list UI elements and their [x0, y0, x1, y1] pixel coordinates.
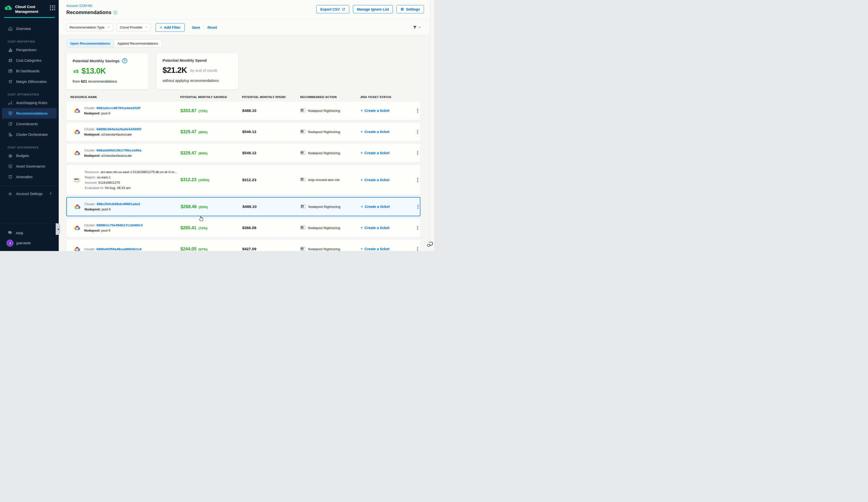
sidebar-item-bi-dashboards[interactable]: BI Dashboards: [2, 66, 57, 76]
plus-icon: +: [361, 204, 363, 209]
savings-subtext: from 621 recommendations: [73, 80, 142, 83]
sidebar-item-anomalies[interactable]: !Anomalies: [2, 171, 57, 182]
cluster-link[interactable]: 688add6fb019b17f9bccb95a: [96, 148, 141, 152]
sidebar-collapse-button[interactable]: ◀: [56, 223, 60, 235]
sidebar-bottom: ? Help J jyoti.bisht: [0, 220, 59, 251]
field-label: Account:: [85, 181, 98, 185]
create-ticket-button[interactable]: +Create a ticket: [360, 247, 414, 251]
sidebar-item-help[interactable]: ? Help: [0, 228, 59, 238]
filter-panel-button[interactable]: [413, 25, 421, 30]
cluster-link[interactable]: 6886e92f59a48cad86b5b1c6: [96, 247, 141, 251]
recommendation-row[interactable]: Cluster: 68898c064e3e2ba0e544005fNodepoo…: [66, 122, 420, 142]
recommendation-row[interactable]: Cluster: 6881a3ccc887941a4ee202ffNodepoo…: [66, 101, 420, 120]
cluster-link[interactable]: 68898c064e3e2ba0e544005f: [96, 127, 141, 131]
sidebar-item-recommendations[interactable]: Recommendations: [2, 108, 57, 119]
autostop-icon: [8, 100, 13, 106]
reset-filter-button[interactable]: Reset: [207, 25, 217, 30]
field-label: Nodepool:: [84, 133, 101, 136]
sidebar-item-cluster-orchestrator[interactable]: Cluster Orchestrator: [2, 129, 57, 140]
question-icon[interactable]: ?: [122, 58, 127, 63]
add-filter-button[interactable]: + Add Filter: [155, 23, 185, 32]
spend-amount-suffix: by end of month: [190, 68, 217, 73]
row-menu-button[interactable]: [414, 203, 421, 210]
sidebar-section-label: COST GOVERNANCE: [8, 146, 59, 149]
svg-text:$: $: [10, 166, 11, 168]
page-title: Recommendations: [66, 10, 111, 15]
gear-icon: ⚙: [401, 7, 404, 11]
page-scrollbar[interactable]: [430, 0, 434, 251]
resource-field: Nodepool: pool-5: [84, 207, 140, 211]
resource-field: Cluster: 68898c064e3e2ba0e544005f: [84, 127, 141, 131]
rightsizing-icon: [300, 177, 306, 182]
col-resource-name: RESOURCE NAME: [66, 95, 180, 98]
recommended-action-label: Nodepool Rightsizing: [308, 205, 341, 209]
sidebar-item-overview[interactable]: Overview: [2, 23, 57, 34]
tab-applied-recommendations[interactable]: Applied Recommendations: [114, 40, 162, 48]
save-filter-button[interactable]: Save: [192, 25, 200, 30]
create-ticket-button[interactable]: +Create a ticket: [360, 177, 414, 182]
recommendation-row[interactable]: Cluster: 688add6fb019b17f9bccb95aNodepoo…: [66, 143, 420, 163]
sidebar-item-commitments[interactable]: Commitments: [2, 119, 57, 129]
recommend-icon: [8, 111, 13, 116]
plus-icon: +: [360, 247, 363, 251]
field-label: Cluster:: [84, 247, 96, 251]
spend-amount: $488.10: [242, 108, 300, 113]
recommendation-type-dropdown[interactable]: Recommendation Type: [66, 23, 113, 31]
savings-amount: $312.23: [180, 177, 196, 182]
create-ticket-button[interactable]: +Create a ticket: [360, 108, 414, 113]
field-label: Cluster:: [84, 127, 96, 131]
create-ticket-button[interactable]: +Create a ticket: [360, 129, 414, 134]
sidebar-item-cost-categories[interactable]: Cost Categories: [2, 55, 57, 66]
chevron-down-icon: [145, 25, 148, 29]
cluster-link[interactable]: 6881a3ccc887941a4ee202ff: [96, 106, 140, 110]
cluster-link[interactable]: 6888b1c70e49db17c1de60c4: [96, 223, 142, 227]
row-menu-button[interactable]: [414, 224, 421, 231]
export-csv-button[interactable]: Export CSV: [316, 5, 349, 13]
savings-amount: $329.47: [180, 129, 196, 134]
resource-field: Region: us-east-1: [85, 175, 177, 179]
settings-button[interactable]: ⚙ Settings: [396, 5, 424, 13]
sidebar-item-asset-governance[interactable]: $Asset Governance: [2, 161, 57, 171]
sidebar-item-account-settings[interactable]: ⚙ Account Settings: [2, 188, 57, 199]
tab-open-recommendations[interactable]: Open Recommendations: [66, 40, 114, 48]
potential-monthly-savings-card: Potential Monthly Savings ? $13.0K from …: [66, 53, 148, 90]
create-ticket-button[interactable]: +Create a ticket: [361, 204, 414, 209]
row-menu-button[interactable]: [414, 149, 421, 157]
cluster-link[interactable]: 688c2fefc84fbdc99801a0a2: [96, 202, 140, 206]
sidebar-item-margin-obfuscation[interactable]: Margin Obfuscation: [2, 76, 57, 87]
field-value: pool-5: [101, 112, 110, 115]
row-menu-button[interactable]: [414, 176, 421, 184]
rightsizing-icon: [300, 129, 306, 134]
recommendation-row[interactable]: Cluster: 6886e92f59a48cad86b5b1c6$244.05…: [66, 239, 420, 251]
external-link-icon: [342, 8, 345, 11]
sidebar-item-autostopping-rules[interactable]: AutoStopping Rules: [2, 97, 57, 108]
recommendation-row[interactable]: awsResource: arn:aws:rds:us-east-1:51161…: [66, 165, 420, 195]
recommendation-row[interactable]: Cluster: 6888b1c70e49db17c1de60c4Nodepoo…: [66, 218, 420, 237]
col-potential-monthly-spend: POTENTIAL MONTHLY SPEND: [242, 95, 300, 98]
row-menu-button[interactable]: [414, 107, 421, 114]
sidebar-item-budgets[interactable]: $Budgets: [2, 150, 57, 161]
field-label: Nodepool:: [84, 112, 101, 115]
sidebar-item-perspectives[interactable]: Perspectives: [2, 45, 57, 55]
breadcrumb-account[interactable]: Account: CCM-NG: [66, 4, 93, 8]
chat-widget-button[interactable]: [427, 241, 433, 249]
manage-ignore-list-button[interactable]: Manage Ignore List: [353, 5, 393, 13]
rightsizing-icon: [300, 226, 306, 230]
recommendation-row[interactable]: Cluster: 688c2fefc84fbdc99801a0a2Nodepoo…: [66, 197, 420, 216]
chart-icon: [8, 48, 13, 53]
sidebar-nav: OverviewCOST REPORTINGPerspectivesCost C…: [0, 23, 59, 182]
shield-dollar-icon: $: [8, 164, 13, 169]
row-menu-button[interactable]: [414, 128, 421, 135]
spend-subtext: without applying recommendations: [163, 79, 232, 83]
table-rows: Cluster: 6881a3ccc887941a4ee202ffNodepoo…: [66, 101, 420, 251]
user-menu[interactable]: J jyoti.bisht: [0, 238, 59, 251]
field-label: Resource:: [85, 170, 101, 174]
savings-percent: (72%): [198, 226, 207, 230]
row-menu-button[interactable]: [414, 245, 421, 251]
app-switcher-icon[interactable]: [50, 5, 55, 10]
cloud-provider-dropdown[interactable]: Cloud Provider: [117, 23, 151, 31]
create-ticket-button[interactable]: +Create a ticket: [360, 150, 414, 156]
create-ticket-button[interactable]: +Create a ticket: [360, 225, 414, 230]
info-icon[interactable]: i: [113, 11, 117, 14]
dashboard-icon: [8, 69, 13, 74]
